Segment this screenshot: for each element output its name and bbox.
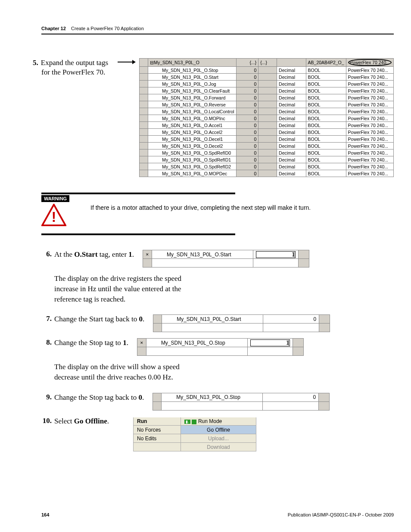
warning-rule	[41, 233, 235, 235]
tag-name[interactable]: My_SDN_N13_P0L_O.LocalControl	[148, 108, 237, 115]
tag-name[interactable]: My_SDN_N13_P0L_O.SpdRefID0	[148, 149, 237, 156]
tag-desc: PowerFlex 70 240...	[346, 108, 393, 115]
tag-type: BOOL	[306, 156, 346, 163]
tag-name[interactable]: My_SDN_N13_P0L_O.MOPDec	[148, 170, 237, 177]
tag-type: BOOL	[306, 163, 346, 170]
step-9-tag-strip[interactable]: My_SDN_N13_P0L_O.Stop0	[153, 393, 330, 411]
tag-desc: PowerFlex 70 240...	[346, 170, 393, 177]
step-6-text: At the O.Start tag, enter 1.	[54, 250, 134, 260]
tag-style: Decimal	[277, 170, 306, 177]
tag-name[interactable]: My_SDN_N13_P0L_O.Start	[152, 250, 253, 259]
step-8-tag-strip[interactable]: ✕My_SDN_N13_P0L_O.Stop1	[137, 338, 304, 356]
tag-value[interactable]: 0	[236, 101, 258, 108]
tag-type: BOOL	[306, 149, 346, 156]
tag-value[interactable]: 0	[236, 115, 258, 122]
tag-style: Decimal	[277, 67, 306, 74]
warning-triangle-icon: !	[41, 204, 80, 227]
tag-value[interactable]: 0	[236, 143, 258, 149]
tag-style: Decimal	[277, 156, 306, 163]
tag-value[interactable]: 0	[236, 81, 258, 87]
tag-type: BOOL	[306, 81, 346, 87]
tag-name[interactable]: My_SDN_N13_P0L_O.Start	[148, 74, 237, 81]
output-tags-table[interactable]: ⊟My_SDN_N13_P0L_O {...} {...} AB_20AB4P2…	[139, 58, 394, 177]
tag-name[interactable]: My_SDN_N13_P0L_O.ClearFault	[148, 87, 237, 94]
tag-name[interactable]: My_SDN_N13_P0L_O.Forward	[148, 94, 237, 101]
tag-name[interactable]: My_SDN_N13_P0L_O.Accel2	[148, 129, 237, 136]
tag-style: Decimal	[277, 81, 306, 87]
tag-name[interactable]: My_SDN_N13_P0L_O.Accel1	[148, 122, 237, 129]
menu-run-mode: ▮. Run Mode	[181, 417, 256, 426]
tag-name[interactable]: My_SDN_N13_P0L_O.Jog	[148, 81, 237, 87]
menu-go-offline[interactable]: Go Offline	[181, 426, 256, 434]
tag-style: Decimal	[277, 74, 306, 81]
tag-style: Decimal	[277, 163, 306, 170]
tag-value[interactable]: 0	[236, 170, 258, 177]
tag-style: Decimal	[277, 94, 306, 101]
tag-type: BOOL	[306, 67, 346, 74]
tag-value[interactable]: 0	[236, 87, 258, 94]
tag-desc: PowerFlex 70 240...	[346, 87, 393, 94]
chapter-header: Chapter 12 Create a PowerFlex 70 Applica…	[41, 26, 394, 31]
step-number: 6.	[41, 250, 52, 258]
tag-desc: PowerFlex 70 240...	[346, 101, 393, 108]
tag-value[interactable]: 0	[236, 136, 258, 143]
tag-type: BOOL	[306, 136, 346, 143]
tag-value[interactable]: 0	[263, 315, 319, 324]
menu-upload[interactable]: Upload...	[181, 434, 256, 443]
tag-name[interactable]: My_SDN_N13_P0L_O.SpdRefID1	[148, 156, 237, 163]
step-number: 8.	[41, 338, 52, 347]
tag-style: Decimal	[277, 122, 306, 129]
svg-text:!: !	[52, 209, 56, 225]
tag-style: Decimal	[277, 101, 306, 108]
tag-type: BOOL	[306, 108, 346, 115]
step-6-note: The display on the drive registers the s…	[54, 274, 205, 304]
tag-name[interactable]: My_SDN_N13_P0L_O.Decel1	[148, 136, 237, 143]
step-7-tag-strip[interactable]: My_SDN_N13_P0L_O.Start0	[153, 314, 330, 332]
warning-text: If there is a motor attached to your dri…	[90, 195, 311, 227]
tag-name[interactable]: My_SDN_N13_P0L_O.MOPInc	[148, 115, 237, 122]
tag-name[interactable]: My_SDN_N13_P0L_O.Stop	[148, 67, 237, 74]
tag-name[interactable]: My_SDN_N13_P0L_O.Decel2	[148, 143, 237, 149]
step-9-text: Change the Stop tag back to 0.	[54, 393, 144, 403]
tag-value[interactable]: 0	[236, 129, 258, 136]
step-7-text: Change the Start tag back to 0.	[54, 314, 144, 324]
tag-name[interactable]: My_SDN_N13_P0L_O.Stop	[146, 339, 247, 347]
menu-run-label: Run	[134, 417, 181, 426]
tag-name[interactable]: My_SDN_N13_P0L_O.Reverse	[148, 101, 237, 108]
step-8-text: Change the Stop tag to 1.	[54, 338, 128, 348]
tag-desc: PowerFlex 70 240...	[346, 67, 393, 74]
step-number: 9.	[41, 393, 52, 401]
tag-style: Decimal	[277, 149, 306, 156]
tag-style: Decimal	[277, 108, 306, 115]
tag-desc: PowerFlex 70 240...	[346, 74, 393, 81]
tag-value[interactable]: 0	[236, 156, 258, 163]
warning-rule	[41, 193, 235, 194]
tag-value[interactable]: 0	[236, 149, 258, 156]
tag-root-name[interactable]: ⊟My_SDN_N13_P0L_O	[148, 59, 237, 67]
tag-value[interactable]: 0	[263, 393, 319, 401]
step-6-tag-strip[interactable]: ✕My_SDN_N13_P0L_O.Start1	[143, 250, 309, 268]
tag-name[interactable]: My_SDN_N13_P0L_O.Start	[162, 315, 263, 324]
tag-value[interactable]: 0	[236, 94, 258, 101]
tag-value[interactable]: 0	[236, 74, 258, 81]
tag-desc: PowerFlex 70 240...	[346, 143, 393, 149]
tag-type: BOOL	[306, 122, 346, 129]
tag-type: BOOL	[306, 94, 346, 101]
tag-style: Decimal	[277, 87, 306, 94]
menu-download[interactable]: Download	[181, 443, 256, 451]
tag-name[interactable]: My_SDN_N13_P0L_O.SpdRefID2	[148, 163, 237, 170]
tag-value[interactable]: 0	[236, 67, 258, 74]
tag-style: Decimal	[277, 115, 306, 122]
menu-blank	[134, 443, 181, 451]
tag-value[interactable]: 0	[236, 108, 258, 115]
page-footer: 164 Publication IASIMP-QS001C-EN-P - Oct…	[41, 512, 394, 517]
tag-value[interactable]: 0	[236, 122, 258, 129]
tag-style: Decimal	[277, 136, 306, 143]
tag-name[interactable]: My_SDN_N13_P0L_O.Stop	[162, 393, 263, 401]
tag-type: BOOL	[306, 101, 346, 108]
controller-status-menu[interactable]: Run ▮. Run Mode No Forces Go Offline No …	[133, 417, 256, 452]
tag-style: Decimal	[277, 143, 306, 149]
tag-type: BOOL	[306, 74, 346, 81]
tag-type: BOOL	[306, 143, 346, 149]
tag-value[interactable]: 0	[236, 163, 258, 170]
